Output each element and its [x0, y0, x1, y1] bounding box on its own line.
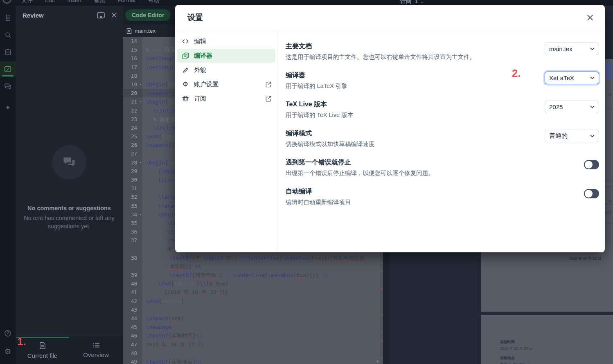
- pdf-text-line: 实验地点: [500, 355, 533, 361]
- file-tree-icon[interactable]: [0, 10, 16, 25]
- code-line-47: 472019 年 10 月 23 日: [123, 340, 383, 349]
- external-link-icon: [265, 96, 271, 102]
- code-editor-mode-button[interactable]: Code Editor: [125, 9, 171, 21]
- external-link-icon: [265, 81, 271, 88]
- code-line-40: 40\end{tabular}\\[6.5em]: [123, 279, 383, 288]
- close-review-icon[interactable]: [111, 12, 117, 18]
- code-line-39: 39\textbf{指导老师:} & \underline{\makebox[6…: [123, 271, 383, 279]
- dock-panel-icon[interactable]: [97, 12, 105, 18]
- stop-on-first-error-toggle[interactable]: [584, 160, 599, 169]
- code-line-41: 41{2019 年 10 月 23 日}: [123, 288, 383, 297]
- menu-item-0[interactable]: 文件: [21, 0, 33, 4]
- nav-item-compiler[interactable]: 编译器: [177, 49, 275, 63]
- setting-main-document: 主要文档 这是用于编译项目的主文件。您也可以右键单击文件将其设置为主文件。 ma…: [286, 42, 599, 61]
- nav-item-appearance[interactable]: 外貌: [177, 63, 275, 77]
- texlive-version-select[interactable]: 2025: [545, 101, 599, 113]
- annotation-step-2: 2.: [512, 67, 521, 80]
- annotation-step-1: 1.: [17, 335, 26, 348]
- settings-content: 主要文档 这是用于编译项目的主文件。您也可以右键单击文件将其设置为主文件。 ma…: [277, 30, 605, 252]
- pdf-pages-icon: [181, 52, 189, 59]
- pen-icon: [181, 67, 189, 73]
- chevron-down-icon: [590, 47, 595, 50]
- comments-empty-icon: [52, 145, 86, 180]
- nav-item-subscription[interactable]: 订阅: [177, 92, 275, 106]
- chevron-down-icon: [590, 135, 595, 137]
- code-line-46: 46\textbf{实验时间}\\: [123, 331, 383, 340]
- close-icon[interactable]: [587, 14, 593, 21]
- nav-item-account-settings[interactable]: ⚙ 账户设置: [177, 77, 275, 91]
- tab-main-tex[interactable]: main.tex: [123, 25, 177, 37]
- code-line-43: 43: [123, 306, 383, 314]
- overleaf-logo-icon: [2, 0, 11, 4]
- fold-arrow-icon[interactable]: ▾: [140, 158, 142, 167]
- menu-item-5[interactable]: 帮助: [148, 0, 159, 4]
- app-window: 文件EditInsert看法Format帮助 计网_1⌄ ✦: [0, 0, 613, 364]
- pdf-text-line: 2019 年 10 月 23 日: [500, 346, 533, 351]
- left-icon-rail: ✦ ⚙: [0, 6, 16, 364]
- overview-button[interactable]: Overview: [69, 342, 123, 364]
- pdf-fragment: 学院: [604, 210, 612, 216]
- menu-item-1[interactable]: Edit: [45, 0, 55, 4]
- pdf-page1-date: 2019 年 10 月 23 日: [569, 256, 602, 261]
- code-line-44: 44\vspace{1em}: [123, 314, 383, 323]
- gear-icon[interactable]: ⚙: [0, 344, 16, 359]
- university-logo-fragment: [605, 62, 612, 79]
- help-icon[interactable]: [0, 326, 16, 341]
- chevron-down-icon: ⌄: [420, 0, 424, 4]
- review-empty-state: No comments or suggestions No one has co…: [16, 145, 123, 230]
- file-icon: [126, 28, 132, 34]
- pdf-fragment: 术: [608, 199, 612, 204]
- menu-item-3[interactable]: 看法: [94, 0, 105, 4]
- review-empty-subtitle: No one has commented or left any suggest…: [24, 214, 115, 230]
- code-line-38: 38\textbf{学 \qquad 院:} & \underline{\mak…: [123, 254, 383, 262]
- gear-icon: ⚙: [181, 81, 189, 88]
- chevron-down-icon: [590, 76, 595, 79]
- auto-compile-toggle[interactable]: [584, 189, 599, 198]
- review-panel-title: Review: [23, 12, 90, 19]
- setting-compiler: 编译器 用于编译的 LaTeX 引擎 XeLaTeX: [286, 71, 599, 90]
- review-panel: Review No comments or suggestions No one…: [16, 6, 123, 336]
- code-line-49: 49\textbf{实验地点}\\: [123, 357, 383, 364]
- fold-arrow-icon[interactable]: ▾: [140, 80, 142, 89]
- menu-item-2[interactable]: Insert: [67, 0, 81, 4]
- setting-compile-mode: 编译模式 切换编译模式以加快草稿编译速度 普通的: [286, 129, 599, 148]
- compiler-select[interactable]: XeLaTeX: [545, 72, 599, 84]
- pdf-text-line: 九教北 402 实验室: [500, 362, 533, 364]
- compile-mode-select[interactable]: 普通的: [545, 130, 599, 142]
- chevron-down-icon: [590, 106, 595, 108]
- ai-assist-icon[interactable]: ✦: [0, 100, 16, 115]
- bank-icon: [181, 95, 189, 102]
- setting-texlive-version: TeX Live 版本 用于编译的 TeX Live 版本 2025: [286, 100, 599, 119]
- code-icon: [181, 38, 189, 44]
- fold-arrow-icon[interactable]: ▾: [140, 210, 142, 219]
- setting-stop-on-first-error: 遇到第一个错误就停止 出现第一个错误后停止编译，以便您可以逐个修复问题。: [286, 158, 599, 177]
- code-line-wrap: 术学院}} \\: [123, 262, 383, 271]
- fold-arrow-icon[interactable]: ▾: [140, 97, 142, 106]
- menu-items: 文件EditInsert看法Format帮助: [21, 0, 171, 4]
- review-footer: Current file Overview: [16, 336, 123, 364]
- list-icon: [69, 342, 123, 348]
- nav-item-editing[interactable]: 编辑: [177, 34, 275, 48]
- setting-auto-compile: 自动编译 编辑时自动重新编译项目: [286, 187, 599, 206]
- settings-nav: 编辑 编译器 外貌 ⚙ 账户设置: [175, 30, 277, 252]
- scroll-down-icon[interactable]: ▼: [376, 360, 379, 364]
- review-panel-icon[interactable]: [0, 61, 16, 77]
- review-empty-title: No comments or suggestions: [24, 205, 115, 211]
- modal-title: 设置: [187, 12, 587, 23]
- code-line-42: 42\end{center}: [123, 297, 383, 306]
- main-document-select[interactable]: main.tex: [545, 43, 599, 55]
- settings-modal: 设置 编辑 编译器: [175, 5, 605, 252]
- integrations-icon[interactable]: [0, 44, 16, 60]
- chat-icon[interactable]: [0, 79, 16, 94]
- code-line-45: 45\newpage: [123, 323, 383, 331]
- menu-item-4[interactable]: Format: [117, 0, 135, 4]
- pdf-text-line: 实验时间: [500, 339, 533, 345]
- code-line-48: 48: [123, 349, 383, 357]
- pdf-page-2: 实验时间 2019 年 10 月 23 日 实验地点 九教北 402 实验室: [481, 315, 613, 364]
- search-icon[interactable]: [0, 27, 16, 43]
